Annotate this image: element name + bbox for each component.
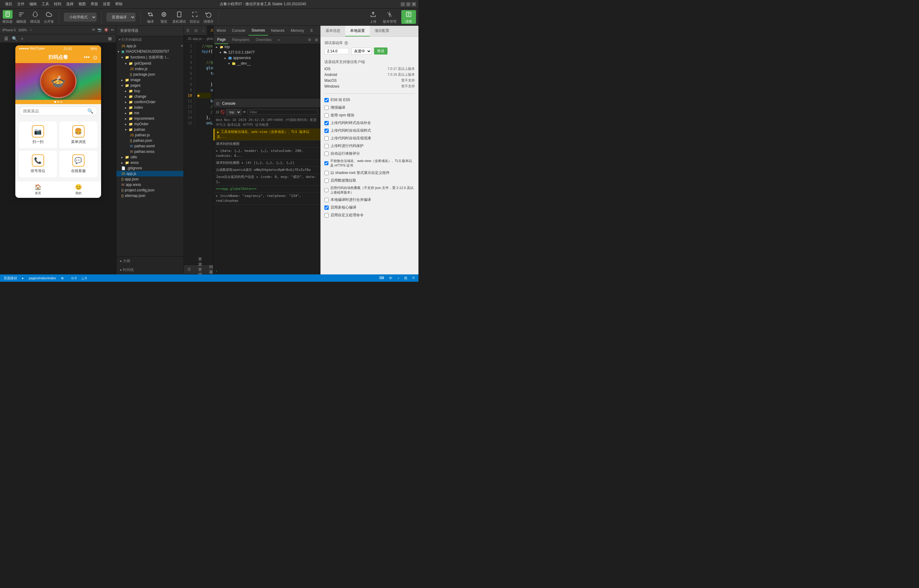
editor-toolbar-btn1[interactable]: ☰ xyxy=(184,29,192,33)
sidebar-file-paihaowxss[interactable]: W paihao.wxss xyxy=(116,149,184,154)
statusbar-path[interactable]: pages/index/index xyxy=(29,276,56,280)
statusbar-errors[interactable]: ⊙ 0 xyxy=(71,276,77,280)
code-content[interactable]: //app.js App({ //创建towxml对象，供小程序页面使用 glo… xyxy=(195,42,213,127)
statusbar-simplified[interactable]: 简 xyxy=(404,276,407,281)
detail-button[interactable]: 详情 xyxy=(401,10,416,24)
sources-page-tab[interactable]: Page xyxy=(215,36,228,44)
search-input[interactable] xyxy=(23,109,87,113)
push-button[interactable]: 推送 xyxy=(374,47,388,55)
sidebar-file-appjs[interactable]: JS app.js xyxy=(116,171,184,176)
cb-npm[interactable] xyxy=(325,113,329,118)
menu-project[interactable]: 项目 xyxy=(2,1,15,7)
phone-expand-icon[interactable]: ⇔ xyxy=(111,28,114,32)
sidebar-folder-image[interactable]: ▸ 📁 image xyxy=(116,77,184,83)
phone-search-icon[interactable]: 🔍 xyxy=(10,36,19,41)
console-context-select[interactable]: top xyxy=(226,109,241,115)
cb-hotreload[interactable] xyxy=(325,188,328,192)
menu-help[interactable]: 帮助 xyxy=(113,1,125,7)
menu-settings[interactable]: 设置 xyxy=(100,1,113,7)
statusbar-lang-zh[interactable]: 中 xyxy=(389,276,392,281)
menu-interface[interactable]: 界面 xyxy=(88,1,100,7)
sources-add-icon[interactable]: ⊞ xyxy=(314,38,319,42)
phone-sound-icon[interactable]: 🔇 xyxy=(104,28,108,32)
cutlog-button[interactable]: 切后台 xyxy=(190,10,200,24)
cb-obfuscate[interactable] xyxy=(325,136,329,141)
bottom-tab-debugger[interactable]: 资源管理器 xyxy=(194,265,205,275)
sidebar-file-paihaojson[interactable]: {} paihao.json xyxy=(116,138,184,143)
devtab-memory[interactable]: Memory xyxy=(287,26,307,36)
phone-commit-icon[interactable]: ⑃ xyxy=(19,36,25,41)
phone-back-icon[interactable]: ☰ xyxy=(2,36,10,41)
cb-autoscore[interactable] xyxy=(325,152,329,156)
sources-settings-icon[interactable]: ⚙ xyxy=(307,38,312,42)
sidebar-outline[interactable]: ▸ 大纲 xyxy=(116,257,184,265)
sidebar-folder-paihao[interactable]: ▾ 📁 paihao xyxy=(116,127,184,132)
sidebar-file-appjson[interactable]: {} app.json xyxy=(116,176,184,182)
console-prompt-input[interactable] xyxy=(218,269,318,273)
sidebar-folder-utils[interactable]: ▸ 📁 utils xyxy=(116,154,184,160)
compile-select[interactable]: 普通编译 xyxy=(107,13,136,21)
cb-noverify[interactable] xyxy=(325,161,328,165)
sidebar-folder-mycomment[interactable]: ▸ 📁 mycomment xyxy=(116,116,184,121)
cb-protect[interactable] xyxy=(325,144,329,148)
preview-button[interactable]: 预览 xyxy=(159,10,169,24)
devtab-console[interactable]: Console xyxy=(229,26,249,36)
cloud-tool[interactable]: 云开发 xyxy=(44,10,54,24)
phone-split-icon[interactable]: ⊞ xyxy=(106,36,114,41)
sources-overrides-tab[interactable]: Overrides xyxy=(253,36,274,44)
sidebar-file-paihaowxml[interactable]: W paihao.wxml xyxy=(116,143,184,149)
sidebar-folder-change[interactable]: ▸ 📁 change xyxy=(116,94,184,99)
cb-shadow[interactable] xyxy=(325,171,329,175)
sidebar-file-appwxss[interactable]: W app.wxss xyxy=(116,182,184,187)
sidebar-project-root[interactable]: ▾ ▣ XIAOCHENGXU20200707 xyxy=(116,49,184,54)
minimize-button[interactable]: ─ xyxy=(401,2,405,6)
simulator-tool[interactable]: 模拟器 xyxy=(2,10,13,24)
phone-more-options[interactable]: ••• ⊙ xyxy=(84,54,97,61)
sources-filesystem-tab[interactable]: Filesystem xyxy=(229,36,252,44)
bottom-toolbar-icon[interactable]: ☰ xyxy=(184,265,194,275)
menu-tools[interactable]: 工具 xyxy=(39,1,52,7)
console-clear-icon[interactable]: 🚫 xyxy=(220,110,225,114)
sidebar-file-packagejson[interactable]: {} package.json xyxy=(116,72,184,77)
statusbar-breadcrumb[interactable]: 页面路径 xyxy=(4,276,17,281)
cb-prefetch[interactable] xyxy=(325,179,329,183)
mode-select[interactable]: 小程序模式 xyxy=(64,13,97,21)
sidebar-file-paihaofs[interactable]: JS paihao.js xyxy=(116,132,184,138)
sidebar-folder-myorder[interactable]: ▸ 📁 myOrder xyxy=(116,121,184,127)
statusbar-add-icon[interactable]: ⊕ xyxy=(61,276,64,280)
versionmgr-button[interactable]: 版本管理 xyxy=(383,10,396,24)
search-box[interactable]: 🔍 xyxy=(19,107,97,115)
sidebar-folder-index[interactable]: ▸ 📁 index xyxy=(116,105,184,110)
sidebar-file-sitemapjson[interactable]: {} sitemap.json xyxy=(116,193,184,199)
cb-es6[interactable] xyxy=(325,98,329,102)
realtest-button[interactable]: 真机调试 xyxy=(173,10,186,24)
bottom-tab-problems[interactable]: 问题 xyxy=(205,265,213,275)
cb-style-complete[interactable] xyxy=(325,121,329,125)
devtab-wxml[interactable]: Wxml xyxy=(213,26,229,36)
menu-item-browse[interactable]: 🍔 菜单浏览 xyxy=(60,121,97,148)
cb-merge[interactable] xyxy=(325,198,329,202)
right-tab-basic[interactable]: 基本信息 xyxy=(321,26,345,36)
sources-dev[interactable]: ▾ __dev__ xyxy=(213,61,320,66)
sidebar-folder-me[interactable]: ▸ 📁 me xyxy=(116,110,184,116)
code-editor[interactable]: 1 2 3 4 5 6 7 8 9 10 11 12 13 14 xyxy=(184,42,213,265)
cb-enhanced[interactable] xyxy=(325,106,329,110)
editor-tab-appjs[interactable]: JS app.js ✕ xyxy=(207,26,213,36)
sidebar-folder-functions[interactable]: ▾ 📁 functions | 当前环境: l... xyxy=(116,54,184,61)
sidebar-folder-confirmorder[interactable]: ▸ 📁 confirmOrder xyxy=(116,99,184,105)
menu-item-scan[interactable]: 📷 扫一扫 xyxy=(19,121,57,148)
nav-profile[interactable]: 😊 我的 xyxy=(75,184,82,195)
devtab-more[interactable]: S xyxy=(307,26,315,36)
phone-rotate-icon[interactable]: ⟳ xyxy=(92,28,95,32)
menu-item-queue[interactable]: 📞 排号等位 xyxy=(19,151,57,177)
statusbar-copyright-icon[interactable]: © xyxy=(412,276,415,281)
sidebar-open-editors[interactable]: ▾ 打开的编辑器 xyxy=(116,36,184,43)
sources-localhost[interactable]: ▾ 127.0.0.1:18477 xyxy=(213,50,320,55)
sidebar-folder-pages[interactable]: ▾ 📁 pages xyxy=(116,83,184,88)
editor-toolbar-btn2[interactable]: ⊟ xyxy=(192,29,200,33)
sources-more-tab[interactable]: » xyxy=(275,36,282,44)
sources-appservice[interactable]: ▸ appservice xyxy=(213,55,320,61)
cb-custom-cmd[interactable] xyxy=(325,213,329,217)
editor-toolbar-btn3[interactable]: ↕ xyxy=(200,29,207,33)
statusbar-kbd-layout[interactable]: ⌨ xyxy=(379,276,384,281)
